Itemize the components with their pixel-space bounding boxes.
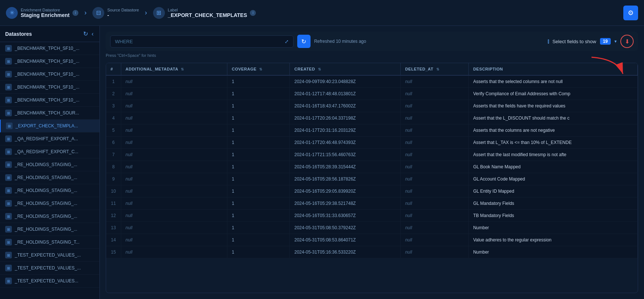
sidebar-item-label: _RE_HOLDINGS_STAGING_T... (15, 240, 79, 245)
sidebar-item-re1[interactable]: ⊞ _RE_HOLDINGS_STAGING_... (0, 158, 99, 171)
cell-description: GL Entity ID Mapped (468, 185, 637, 197)
download-button[interactable]: ⬇ (620, 35, 634, 48)
sidebar-item-icon: ⊞ (5, 213, 12, 220)
breadcrumb-arrow-2: › (145, 9, 147, 17)
enrichment-value: Staging Enrichment (21, 12, 70, 18)
sidebar-item-re5[interactable]: ⊞ _RE_HOLDINGS_STAGING_... (0, 210, 99, 223)
sidebar-item-bench5[interactable]: ⊞ _BENCHMARK_TPCH_SF10_... (0, 94, 99, 107)
cell-additional-metadata: null (121, 161, 227, 173)
fields-label: Select fields to show (552, 39, 596, 44)
row-num: 6 (106, 137, 121, 149)
fields-count-badge[interactable]: 19 (600, 38, 611, 45)
cell-additional-metadata: null (121, 112, 227, 124)
cell-created: 2024-05-16T05:29:05.839920Z (290, 185, 401, 197)
expand-icon[interactable]: ⤢ (285, 39, 289, 44)
sidebar-item-icon: ⊞ (5, 148, 12, 155)
sidebar-item-bench2[interactable]: ⊞ _BENCHMARK_TPCH_SF10_... (0, 55, 99, 68)
col-additional-metadata[interactable]: ADDITIONAL_METADATA ⇅ (121, 63, 227, 75)
cell-deleted-at: null (400, 137, 468, 149)
cell-created: 2024-05-31T05:16:36.533220Z (290, 246, 401, 258)
cell-deleted-at: null (400, 197, 468, 210)
table-body: 1 null 1 2024-09-09T09:40:23.048828Z nul… (106, 75, 638, 258)
cell-description: Value adheres to the regular expression (468, 234, 637, 246)
col-description[interactable]: DESCRIPTION (468, 63, 637, 75)
sidebar-item-label: _QA_REDSHIFT_EXPORT_C... (15, 149, 78, 154)
sidebar-item-re2[interactable]: ⊞ _RE_HOLDINGS_STAGING_... (0, 171, 99, 184)
sidebar-item-re6[interactable]: ⊞ _RE_HOLDINGS_STAGING_... (0, 223, 99, 236)
fields-selector[interactable]: ⫿ Select fields to show (547, 38, 596, 45)
sidebar-item-label: _BENCHMARK_TPCH_SOUR... (15, 110, 79, 116)
sidebar-item-re7[interactable]: ⊞ _RE_HOLDINGS_STAGING_T... (0, 236, 99, 249)
cell-created: 2024-05-16T05:28:56.187826Z (290, 173, 401, 185)
cell-description: Asserts that the fields have the require… (468, 100, 637, 112)
table-row: 11 null 1 2024-05-16T05:29:38.521748Z nu… (106, 197, 638, 210)
cell-coverage: 1 (227, 234, 289, 246)
row-num: 11 (106, 197, 121, 210)
cell-additional-metadata: null (121, 149, 227, 161)
cell-description: Verify Compliance of Email Addresses wit… (468, 88, 637, 100)
cell-description: TB Mandatory Fields (468, 210, 637, 222)
label-value: _EXPORT_CHECK_TEMPLATES (168, 12, 247, 18)
sidebar-item-label: _BENCHMARK_TPCH_SF10_... (15, 72, 79, 77)
enrichment-info-icon[interactable]: i (72, 10, 78, 16)
cell-created: 2024-05-31T05:08:53.864071Z (290, 234, 401, 246)
table-row: 4 null 1 2024-01-17T20:26:04.337198Z nul… (106, 112, 638, 124)
table-row: 7 null 1 2024-01-17T21:15:56.460763Z nul… (106, 149, 638, 161)
source-label: Source Datastore (107, 8, 139, 12)
hint-text: Press "Ctrl+Space" for hints (106, 53, 156, 58)
col-created[interactable]: CREATED ⇅ (290, 63, 401, 75)
table-header: # ADDITIONAL_METADATA ⇅ COVERAGE ⇅ CREAT… (106, 63, 638, 75)
sidebar-header: Datastores ↻ ‹ (0, 26, 99, 42)
cell-created: 2024-01-12T17:48:48.013801Z (290, 88, 401, 100)
where-input[interactable]: WHERE ⤢ (110, 35, 294, 48)
source-breadcrumb: ⊟ Source Datastore - (92, 7, 139, 19)
sidebar-item-bench4[interactable]: ⊞ _BENCHMARK_TPCH_SF10_... (0, 81, 99, 94)
sidebar-item-label: _BENCHMARK_TPCH_SF10_... (15, 97, 79, 103)
refresh-button[interactable]: ↻ (297, 35, 311, 48)
where-placeholder: WHERE (115, 39, 133, 44)
sidebar-item-bench3[interactable]: ⊞ _BENCHMARK_TPCH_SF10_... (0, 68, 99, 81)
cell-additional-metadata: null (121, 210, 227, 222)
collapse-sidebar-button[interactable]: ‹ (91, 30, 94, 38)
sidebar-item-label: _RE_HOLDINGS_STAGING_... (15, 214, 77, 219)
settings-button[interactable]: ⚙ (623, 6, 638, 20)
sidebar-item-icon: ⊞ (5, 84, 12, 90)
sidebar: Datastores ↻ ‹ ⊞ _BENCHMARK_TPCH_SF10_..… (0, 26, 100, 299)
source-value: - (107, 12, 139, 18)
label-breadcrumb: ⊞ Label _EXPORT_CHECK_TEMPLATES i (153, 7, 256, 19)
cell-additional-metadata: null (121, 246, 227, 258)
sidebar-item-qa1[interactable]: ⊞ _QA_REDSHIFT_EXPORT_A... (0, 133, 99, 145)
row-num: 2 (106, 88, 121, 100)
columns-icon: ⫿ (547, 38, 550, 45)
col-deleted-at[interactable]: DELETED_AT ⇅ (400, 63, 468, 75)
sidebar-item-test3[interactable]: ⊞ _TEST_EXPECTED_VALUES... (0, 275, 99, 288)
sidebar-item-test2[interactable]: ⊞ _TEST_EXPECTED_VALUES_... (0, 262, 99, 275)
cell-coverage: 1 (227, 137, 289, 149)
sidebar-item-icon: ⊞ (5, 200, 12, 207)
cell-coverage: 1 (227, 246, 289, 258)
sidebar-item-re3[interactable]: ⊞ _RE_HOLDINGS_STAGING_... (0, 184, 99, 197)
sidebar-item-label: _BENCHMARK_TPCH_SF10_... (15, 85, 79, 90)
sidebar-item-re4[interactable]: ⊞ _RE_HOLDINGS_STAGING_... (0, 197, 99, 210)
cell-coverage: 1 (227, 185, 289, 197)
cell-coverage: 1 (227, 88, 289, 100)
enrichment-icon: ✳ (6, 7, 18, 19)
cell-created: 2024-05-16T05:28:39.315444Z (290, 161, 401, 173)
sidebar-item-qa2[interactable]: ⊞ _QA_REDSHIFT_EXPORT_C... (0, 145, 99, 158)
col-coverage[interactable]: COVERAGE ⇅ (227, 63, 289, 75)
refresh-sidebar-button[interactable]: ↻ (82, 30, 89, 38)
cell-deleted-at: null (400, 161, 468, 173)
fields-dropdown-icon[interactable]: ▾ (614, 39, 617, 44)
sidebar-item-bench1[interactable]: ⊞ _BENCHMARK_TPCH_SF10_... (0, 42, 99, 55)
cell-description: Number (468, 222, 637, 234)
row-num: 8 (106, 161, 121, 173)
sidebar-item-test1[interactable]: ⊞ _TEST_EXPECTED_VALUES_... (0, 249, 99, 262)
row-num: 4 (106, 112, 121, 124)
sidebar-item-icon: ⊞ (5, 226, 12, 233)
sidebar-item-bench6[interactable]: ⊞ _BENCHMARK_TPCH_SOUR... (0, 107, 99, 120)
label-info-icon[interactable]: i (250, 10, 256, 16)
sidebar-item-export_check[interactable]: ⊞ _EXPORT_CHECK_TEMPLA... (0, 120, 99, 133)
cell-additional-metadata: null (121, 88, 227, 100)
row-num: 10 (106, 185, 121, 197)
cell-additional-metadata: null (121, 173, 227, 185)
